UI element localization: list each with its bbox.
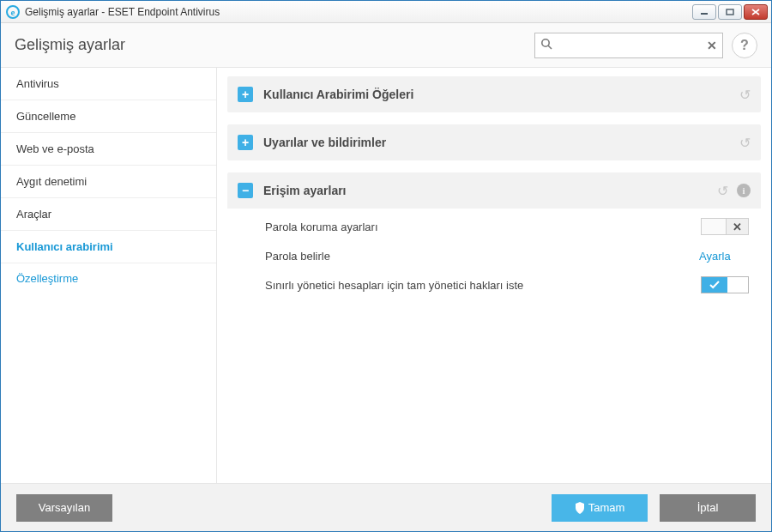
search-input[interactable] [556, 39, 707, 51]
toggle-on-fill [702, 277, 727, 293]
cancel-button[interactable]: İptal [660, 494, 756, 522]
panel-header-alerts[interactable]: + Uyarılar ve bildirimler ↺ [227, 124, 761, 160]
setting-label: Parola koruma ayarları [265, 221, 701, 233]
button-label: Tamam [588, 501, 625, 514]
row-password-protect: Parola koruma ayarları ✕ [227, 212, 761, 241]
expand-icon: + [238, 87, 253, 102]
svg-rect-0 [701, 13, 708, 15]
sidebar-item-label: Aygıt denetimi [16, 175, 87, 188]
reset-icon[interactable]: ↺ [739, 87, 751, 103]
setting-label: Parola belirle [265, 250, 699, 263]
close-button[interactable] [744, 4, 768, 20]
sidebar: Antivirus Güncelleme Web ve e-posta Aygı… [1, 68, 217, 483]
sidebar-sub-label: Özelleştirme [16, 272, 78, 285]
sidebar-item-update[interactable]: Güncelleme [1, 100, 216, 133]
button-label: İptal [697, 501, 719, 514]
sidebar-item-label: Web ve e-posta [16, 142, 94, 155]
sidebar-item-label: Araçlar [16, 208, 51, 221]
sidebar-item-device-control[interactable]: Aygıt denetimi [1, 166, 216, 198]
svg-line-3 [548, 45, 552, 49]
collapse-icon: − [238, 183, 253, 198]
panel-ui-elements: + Kullanıcı Arabirimi Öğeleri ↺ [227, 76, 761, 112]
svg-rect-1 [727, 9, 733, 15]
svg-point-2 [542, 39, 549, 46]
sidebar-item-label: Güncelleme [16, 110, 75, 123]
panel-title: Kullanıcı Arabirimi Öğeleri [263, 88, 731, 101]
toggle-off-knob: ✕ [726, 219, 748, 234]
set-password-link[interactable]: Ayarla [699, 250, 749, 263]
button-label: Varsayılan [39, 501, 90, 514]
panel-header-ui-elements[interactable]: + Kullanıcı Arabirimi Öğeleri ↺ [227, 76, 761, 112]
toggle-full-admin[interactable] [701, 276, 749, 293]
clear-search-icon[interactable]: ✕ [707, 39, 717, 52]
reset-icon[interactable]: ↺ [739, 135, 751, 151]
sidebar-item-label: Kullanıcı arabirimi [16, 240, 113, 253]
close-icon [751, 9, 760, 15]
maximize-button[interactable] [718, 4, 742, 20]
panel-title: Erişim ayarları [263, 184, 709, 197]
sidebar-item-label: Antivirus [16, 77, 59, 90]
setting-label: Sınırlı yönetici hesapları için tam yöne… [265, 279, 701, 292]
help-button[interactable]: ? [732, 33, 757, 58]
panel-access: − Erişim ayarları ↺ i Parola koruma ayar… [227, 172, 761, 308]
sidebar-item-user-interface[interactable]: Kullanıcı arabirimi [1, 231, 216, 263]
search-box[interactable]: ✕ [534, 33, 723, 58]
panel-alerts: + Uyarılar ve bildirimler ↺ [227, 124, 761, 160]
maximize-icon [726, 9, 734, 15]
content: + Kullanıcı Arabirimi Öğeleri ↺ + Uyarıl… [217, 68, 771, 483]
row-set-password: Parola belirle Ayarla [227, 241, 761, 270]
toggle-password-protect[interactable]: ✕ [701, 218, 749, 235]
sidebar-item-tools[interactable]: Araçlar [1, 198, 216, 231]
sidebar-item-web-email[interactable]: Web ve e-posta [1, 133, 216, 166]
shield-icon [575, 502, 585, 514]
ok-button[interactable]: Tamam [552, 494, 648, 522]
window-title: Gelişmiş ayarlar - ESET Endpoint Antivir… [25, 6, 220, 18]
sidebar-sub-customize[interactable]: Özelleştirme [1, 263, 216, 293]
panel-header-access[interactable]: − Erişim ayarları ↺ i [227, 172, 761, 209]
search-icon [540, 38, 552, 52]
row-full-admin: Sınırlı yönetici hesapları için tam yöne… [227, 270, 761, 299]
help-icon: ? [740, 38, 749, 53]
info-icon[interactable]: i [737, 184, 751, 197]
minimize-button[interactable] [692, 4, 716, 20]
expand-icon: + [238, 135, 253, 150]
body: Antivirus Güncelleme Web ve e-posta Aygı… [1, 68, 771, 483]
footer: Varsayılan Tamam İptal [1, 483, 771, 531]
panel-body-access: Parola koruma ayarları ✕ Parola belirle … [227, 209, 761, 308]
titlebar: e Gelişmiş ayarlar - ESET Endpoint Antiv… [1, 1, 771, 23]
default-button[interactable]: Varsayılan [16, 494, 112, 522]
sidebar-item-antivirus[interactable]: Antivirus [1, 68, 216, 100]
check-icon [709, 281, 720, 289]
app-logo-icon: e [6, 5, 20, 19]
page-title: Gelişmiş ayarlar [15, 36, 125, 54]
minimize-icon [700, 9, 709, 15]
reset-icon[interactable]: ↺ [717, 183, 728, 199]
header: Gelişmiş ayarlar ✕ ? [1, 23, 771, 68]
window: e Gelişmiş ayarlar - ESET Endpoint Antiv… [0, 0, 772, 532]
panel-title: Uyarılar ve bildirimler [263, 136, 731, 149]
